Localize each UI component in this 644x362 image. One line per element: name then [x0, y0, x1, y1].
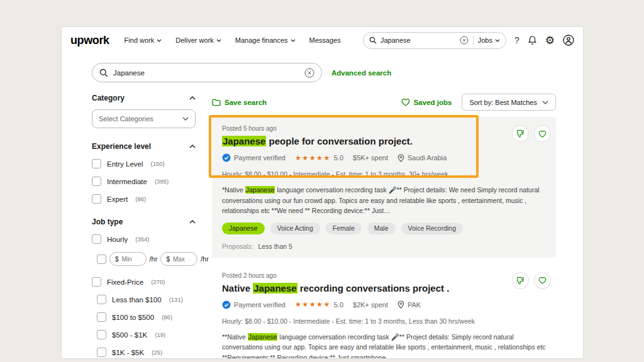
nav-item-find-work[interactable]: Find work	[125, 36, 162, 44]
filters-sidebar: Category Select Categories Experience le…	[92, 94, 196, 359]
checkbox-fixed-price[interactable]: Fixed-Price (270)	[92, 277, 196, 287]
save-job-heart-button[interactable]	[534, 125, 551, 142]
advanced-search-link[interactable]: Advanced search	[331, 69, 391, 77]
skill-tag[interactable]: Voice Recording	[401, 222, 463, 234]
filter-experience-header[interactable]: Experience level	[92, 142, 196, 151]
search-scope-divider	[473, 36, 474, 45]
job-skill-tags: Japanese Voice Acting Female Male Voice …	[222, 222, 546, 234]
job-rate-line: Hourly: $8.00 - $10.00 - Intermediate - …	[222, 170, 546, 178]
job-search-box	[92, 63, 322, 82]
client-rating: ★★★★★ 5.0	[295, 300, 343, 309]
filter-experience-level: Experience level Entry Level (150) Inter…	[92, 142, 196, 204]
checkbox	[97, 295, 106, 304]
skill-tag[interactable]: Male	[367, 222, 396, 234]
save-job-heart-button[interactable]	[534, 272, 551, 289]
hourly-min-input[interactable]	[122, 256, 141, 263]
help-icon[interactable]: ?	[514, 35, 519, 45]
nav-item-deliver-work[interactable]: Deliver work	[175, 36, 221, 44]
job-title[interactable]: Native Japanese recording conversations …	[222, 283, 546, 293]
chevron-down-icon	[182, 117, 189, 121]
filter-category-header[interactable]: Category	[92, 94, 196, 102]
dislike-thumbs-down-button[interactable]	[512, 272, 529, 289]
checkbox	[92, 234, 101, 244]
search-icon	[99, 69, 108, 77]
hourly-max-input-wrap: $	[160, 252, 197, 266]
chevron-down-icon	[157, 39, 162, 42]
nav-menu: Find work Deliver work Manage finances M…	[125, 36, 341, 44]
location-pin-icon	[397, 300, 404, 309]
job-title[interactable]: Japanese people for conversation project…	[222, 136, 546, 146]
job-card-1[interactable]: Posted 5 hours ago Japanese people for c…	[212, 117, 556, 258]
hourly-range-checkbox[interactable]	[97, 255, 106, 264]
dislike-thumbs-down-button[interactable]	[512, 125, 529, 142]
search-term-highlight: Japanese	[248, 333, 278, 341]
checkbox	[92, 194, 101, 204]
checkbox	[92, 159, 101, 168]
thumbs-down-icon	[516, 277, 525, 285]
checkbox-less-than-100[interactable]: Less than $100 (131)	[97, 295, 196, 304]
chevron-down-icon	[542, 101, 548, 104]
clear-search-icon[interactable]	[304, 68, 314, 78]
checkbox-500-to-1k[interactable]: $500 - $1K (19)	[97, 330, 196, 339]
saved-jobs-button[interactable]: Saved jobs	[401, 98, 452, 106]
client-location: PAK	[397, 300, 421, 309]
account-avatar-icon[interactable]	[563, 35, 574, 46]
checkbox-expert[interactable]: Expert (86)	[92, 194, 196, 204]
job-rate-line: Hourly: $8.00 - $10.00 - Intermediate - …	[222, 317, 546, 325]
hourly-max-input[interactable]	[173, 256, 192, 263]
client-spent: $5K+ spent	[353, 154, 388, 162]
top-nav: upwork Find work Deliver work Manage fin…	[62, 27, 583, 53]
checkbox-intermediate[interactable]: Intermediate (385)	[92, 177, 196, 186]
checkbox-100-to-500[interactable]: $100 to $500 (86)	[97, 312, 196, 322]
skill-tag[interactable]: Female	[326, 222, 362, 234]
chevron-down-icon	[495, 39, 500, 42]
search-scope-dropdown[interactable]: Jobs	[478, 36, 500, 44]
search-term-highlight: Japanese	[222, 136, 266, 146]
filter-category: Category Select Categories	[92, 94, 196, 128]
results-main: Save search Saved jobs Sort by: Best Mat…	[212, 94, 556, 359]
posted-time: Posted 5 hours ago	[222, 125, 546, 132]
search-term-highlight: Japanese	[245, 186, 275, 194]
checkbox-1k-to-5k[interactable]: $1K - $5K (25)	[97, 348, 196, 357]
job-description[interactable]: **Native Japanese language conversation …	[222, 332, 546, 359]
filter-job-type: Job type Hourly (354) $ /hr $	[92, 217, 196, 359]
search-term-highlight: Japanese	[253, 283, 297, 293]
chevron-up-icon	[189, 145, 196, 148]
nav-search-input[interactable]	[380, 36, 460, 44]
nav-search-box: Jobs	[363, 32, 506, 49]
sort-dropdown[interactable]: Sort by: Best Matches	[462, 94, 556, 111]
thumbs-down-icon	[516, 129, 525, 138]
proposals-row: Proposals: Less than 5	[222, 243, 546, 250]
posted-time: Posted 2 hours ago	[222, 272, 546, 279]
checkbox-entry-level[interactable]: Entry Level (150)	[92, 159, 196, 168]
category-select[interactable]: Select Categories	[92, 109, 196, 128]
job-description[interactable]: *Native Japanese language conversation r…	[222, 185, 546, 216]
job-card-2[interactable]: Posted 2 hours ago Native Japanese recor…	[212, 264, 556, 359]
job-search-input[interactable]	[113, 69, 304, 77]
hourly-rate-range: $ /hr $ /hr	[97, 252, 196, 266]
nav-item-messages[interactable]: Messages	[309, 36, 341, 44]
chevron-down-icon	[216, 39, 221, 42]
job-meta-row: Payment verified ★★★★★ 5.0 $5K+ spent Sa…	[222, 153, 546, 162]
settings-gear-icon[interactable]: ⚙	[545, 35, 555, 46]
save-search-button[interactable]: Save search	[212, 99, 267, 106]
clear-search-icon[interactable]	[460, 36, 469, 45]
verified-check-icon	[222, 300, 231, 309]
checkbox	[97, 312, 106, 322]
heart-icon	[538, 277, 547, 284]
checkbox-hourly[interactable]: Hourly (354)	[92, 234, 196, 244]
nav-right-group: Jobs ? ⚙	[363, 32, 574, 49]
upwork-logo[interactable]: upwork	[70, 34, 109, 47]
chevron-down-icon	[291, 39, 296, 42]
star-rating-icons: ★★★★★	[295, 300, 331, 309]
checkbox	[92, 277, 101, 287]
upwork-page: upwork Find work Deliver work Manage fin…	[61, 26, 584, 359]
heart-icon	[538, 130, 547, 138]
notifications-bell-icon[interactable]	[528, 35, 537, 45]
filter-job-type-header[interactable]: Job type	[92, 217, 196, 226]
skill-tag[interactable]: Japanese	[222, 222, 265, 234]
client-spent: $2K+ spent	[353, 301, 388, 309]
checkbox	[97, 348, 106, 357]
nav-item-manage-finances[interactable]: Manage finances	[235, 36, 296, 44]
skill-tag[interactable]: Voice Acting	[270, 222, 320, 234]
